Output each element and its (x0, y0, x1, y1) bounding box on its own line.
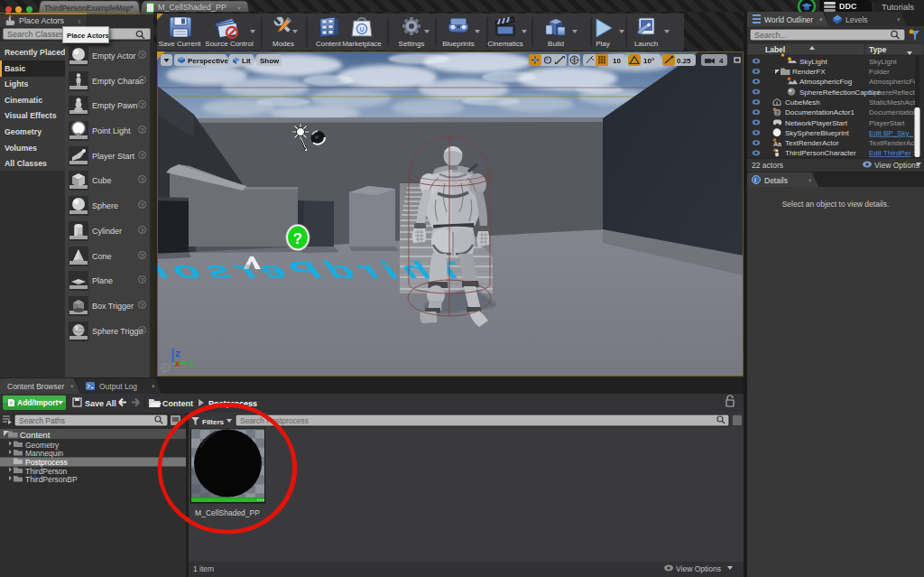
svg-text:Lit: Lit (242, 57, 251, 65)
svg-text:i: i (754, 177, 756, 183)
svg-text:Z: Z (176, 349, 181, 358)
svg-text:Save Current: Save Current (158, 40, 201, 48)
svg-text:Type: Type (869, 45, 886, 54)
svg-text:RenderFX: RenderFX (792, 68, 826, 76)
svg-text:SkyLight: SkyLight (799, 58, 827, 66)
svg-text:ThirdPerson: ThirdPerson (25, 467, 68, 476)
svg-text:ThirdPersonBP: ThirdPersonBP (25, 475, 78, 484)
svg-text:1 item: 1 item (193, 564, 214, 573)
svg-text:Modes: Modes (273, 40, 294, 48)
svg-text:Geometry: Geometry (25, 441, 60, 450)
svg-text:10°: 10° (643, 57, 654, 65)
svg-text:Postprocess: Postprocess (25, 458, 68, 467)
svg-text:View Options: View Options (874, 161, 919, 170)
svg-text:Documentation: Documentation (869, 108, 918, 116)
svg-text:World Outliner: World Outliner (764, 15, 813, 24)
svg-text:Content: Content (20, 430, 51, 440)
svg-text:Edit ThirdPer: Edit ThirdPer (869, 149, 911, 157)
svg-text:Label: Label (765, 45, 785, 54)
svg-text:Marketplace: Marketplace (342, 40, 382, 48)
svg-text:▾: ▾ (897, 16, 901, 23)
svg-text:Y: Y (189, 359, 194, 368)
svg-text:Edit BP_Sky_: Edit BP_Sky_ (869, 129, 913, 137)
svg-text:Folder: Folder (869, 68, 890, 76)
svg-text:0.25: 0.25 (677, 57, 691, 65)
svg-text:Blueprints: Blueprints (442, 40, 475, 48)
svg-text:Mannequin: Mannequin (25, 449, 63, 458)
svg-text:Content Browser: Content Browser (7, 382, 64, 391)
svg-text:SkyLight: SkyLight (869, 58, 897, 66)
svg-text:Launch: Launch (634, 40, 658, 48)
svg-text:X: X (175, 359, 180, 368)
svg-text:Levels: Levels (845, 15, 868, 24)
svg-text:4: 4 (719, 57, 724, 65)
svg-text:StaticMeshAct: StaticMeshAct (869, 98, 916, 107)
svg-text:▾: ▾ (152, 383, 155, 389)
svg-text:▾: ▾ (70, 383, 74, 389)
svg-text:Add/Import: Add/Import (17, 398, 58, 407)
svg-text:Play: Play (596, 40, 610, 48)
svg-text:Search...: Search... (754, 31, 787, 40)
svg-text:?: ? (163, 365, 167, 371)
svg-text:U: U (359, 26, 364, 33)
svg-text:DocumentationActor1: DocumentationActor1 (785, 108, 855, 116)
svg-text:?: ? (293, 230, 302, 247)
svg-text:?: ? (776, 110, 780, 116)
svg-text:Aa: Aa (773, 141, 781, 147)
svg-text:CubeMesh: CubeMesh (785, 98, 820, 107)
svg-text:AtmosphericFog: AtmosphericFog (799, 78, 852, 86)
svg-text:Select an object to view detai: Select an object to view details. (782, 200, 890, 209)
svg-text:Details: Details (764, 176, 788, 185)
svg-text:Perspective: Perspective (188, 57, 228, 65)
svg-text:SkySphereBlueprint: SkySphereBlueprint (785, 129, 849, 137)
svg-text:Settings: Settings (399, 40, 425, 48)
svg-text:22 actors: 22 actors (752, 161, 783, 170)
svg-text:10: 10 (613, 57, 621, 65)
svg-text:▾: ▾ (808, 177, 812, 183)
svg-text:Search Paths: Search Paths (19, 416, 65, 425)
svg-text:Build: Build (548, 40, 564, 48)
svg-text:Output Log: Output Log (99, 382, 137, 391)
svg-text:View Options: View Options (676, 564, 721, 573)
svg-text:Content: Content (316, 40, 342, 48)
svg-text:AtmosphericFo: AtmosphericFo (869, 78, 918, 86)
svg-text:Show: Show (260, 57, 280, 65)
svg-text:Source Control: Source Control (205, 40, 254, 48)
svg-text:SphereReflecti: SphereReflecti (869, 88, 917, 97)
svg-text:▾: ▾ (819, 16, 823, 23)
svg-text:TextRenderActor: TextRenderActor (785, 139, 839, 147)
svg-text:Cinematics: Cinematics (487, 40, 523, 48)
svg-text:PlayerStart: PlayerStart (869, 119, 905, 127)
svg-text:ThirdPerson: ThirdPerson (157, 256, 467, 283)
svg-text:ThirdPersonCharacter: ThirdPersonCharacter (785, 149, 856, 157)
svg-text:NetworkPlayerStart: NetworkPlayerStart (785, 119, 848, 127)
svg-text:TextRenderAct: TextRenderAct (869, 139, 917, 147)
svg-text:Save All: Save All (85, 399, 116, 408)
